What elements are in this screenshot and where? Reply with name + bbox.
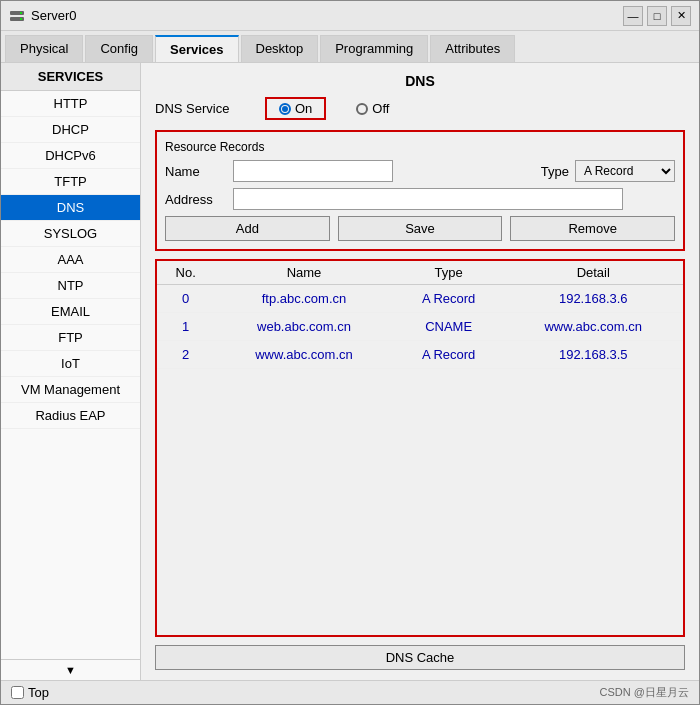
top-checkbox[interactable] bbox=[11, 686, 24, 699]
tab-config[interactable]: Config bbox=[85, 35, 153, 62]
dns-service-label: DNS Service bbox=[155, 101, 245, 116]
col-header-detail: Detail bbox=[504, 261, 683, 285]
radio-on-label: On bbox=[295, 101, 312, 116]
radio-group: On Off bbox=[265, 97, 389, 120]
resource-records-box: Resource Records Name Type A Record CNAM… bbox=[155, 130, 685, 251]
sidebar-item-aaa[interactable]: AAA bbox=[1, 247, 140, 273]
cell-name-1: web.abc.com.cn bbox=[214, 313, 393, 341]
name-left: Name bbox=[165, 160, 393, 182]
content-area: DNS DNS Service On Off bbox=[141, 63, 699, 680]
name-type-row: Name Type A Record CNAME MX Record NS Re… bbox=[165, 160, 675, 182]
title-controls: — □ ✕ bbox=[623, 6, 691, 26]
type-right: Type A Record CNAME MX Record NS Record bbox=[541, 160, 675, 182]
cell-detail-2: 192.168.3.5 bbox=[504, 341, 683, 369]
sidebar: SERVICES HTTP DHCP DHCPv6 TFTP DNS SYSLO… bbox=[1, 63, 141, 680]
top-checkbox-label: Top bbox=[28, 685, 49, 700]
maximize-button[interactable]: □ bbox=[647, 6, 667, 26]
add-button[interactable]: Add bbox=[165, 216, 330, 241]
title-bar: Server0 — □ ✕ bbox=[1, 1, 699, 31]
window-title: Server0 bbox=[31, 8, 77, 23]
top-checkbox-group: Top bbox=[11, 685, 49, 700]
tab-desktop[interactable]: Desktop bbox=[241, 35, 319, 62]
remove-button[interactable]: Remove bbox=[510, 216, 675, 241]
dns-service-row: DNS Service On Off bbox=[155, 97, 685, 120]
sidebar-item-tftp[interactable]: TFTP bbox=[1, 169, 140, 195]
sidebar-title: SERVICES bbox=[1, 63, 140, 91]
radio-off-dot bbox=[356, 103, 368, 115]
sidebar-item-iot[interactable]: IoT bbox=[1, 351, 140, 377]
sidebar-scroll-down[interactable]: ▼ bbox=[1, 659, 140, 680]
tab-physical[interactable]: Physical bbox=[5, 35, 83, 62]
table-row[interactable]: 2www.abc.com.cnA Record192.168.3.5 bbox=[157, 341, 683, 369]
action-buttons: Add Save Remove bbox=[165, 216, 675, 241]
bottom-bar: Top CSDN @日星月云 bbox=[1, 680, 699, 704]
radio-on-dot bbox=[279, 103, 291, 115]
cell-type-0: A Record bbox=[394, 285, 504, 313]
cell-name-0: ftp.abc.com.cn bbox=[214, 285, 393, 313]
records-table: No. Name Type Detail 0ftp.abc.com.cnA Re… bbox=[157, 261, 683, 369]
save-button[interactable]: Save bbox=[338, 216, 503, 241]
radio-on-fill bbox=[282, 106, 288, 112]
cell-no-1: 1 bbox=[157, 313, 214, 341]
cell-detail-0: 192.168.3.6 bbox=[504, 285, 683, 313]
sidebar-items: HTTP DHCP DHCPv6 TFTP DNS SYSLOG AAA NTP… bbox=[1, 91, 140, 659]
resource-records-title: Resource Records bbox=[165, 140, 675, 154]
address-label: Address bbox=[165, 192, 225, 207]
dns-section-title: DNS bbox=[155, 73, 685, 89]
tab-services[interactable]: Services bbox=[155, 35, 239, 62]
address-input[interactable] bbox=[233, 188, 623, 210]
cell-name-2: www.abc.com.cn bbox=[214, 341, 393, 369]
svg-point-2 bbox=[20, 12, 22, 14]
server-icon bbox=[9, 8, 25, 24]
cell-type-1: CNAME bbox=[394, 313, 504, 341]
col-header-no: No. bbox=[157, 261, 214, 285]
title-bar-left: Server0 bbox=[9, 8, 77, 24]
col-header-type: Type bbox=[394, 261, 504, 285]
type-label: Type bbox=[541, 164, 569, 179]
watermark: CSDN @日星月云 bbox=[600, 685, 689, 700]
type-select[interactable]: A Record CNAME MX Record NS Record bbox=[575, 160, 675, 182]
tab-programming[interactable]: Programming bbox=[320, 35, 428, 62]
svg-point-3 bbox=[20, 18, 22, 20]
dns-cache-button[interactable]: DNS Cache bbox=[155, 645, 685, 670]
sidebar-item-syslog[interactable]: SYSLOG bbox=[1, 221, 140, 247]
cell-no-0: 0 bbox=[157, 285, 214, 313]
table-row[interactable]: 1web.abc.com.cnCNAMEwww.abc.com.cn bbox=[157, 313, 683, 341]
radio-off-label: Off bbox=[372, 101, 389, 116]
sidebar-item-dns[interactable]: DNS bbox=[1, 195, 140, 221]
name-label: Name bbox=[165, 164, 225, 179]
name-input[interactable] bbox=[233, 160, 393, 182]
sidebar-item-dhcpv6[interactable]: DHCPv6 bbox=[1, 143, 140, 169]
minimize-button[interactable]: — bbox=[623, 6, 643, 26]
sidebar-item-vm-management[interactable]: VM Management bbox=[1, 377, 140, 403]
sidebar-item-ftp[interactable]: FTP bbox=[1, 325, 140, 351]
cell-type-2: A Record bbox=[394, 341, 504, 369]
sidebar-item-radius-eap[interactable]: Radius EAP bbox=[1, 403, 140, 429]
tab-bar: Physical Config Services Desktop Program… bbox=[1, 31, 699, 63]
col-header-name: Name bbox=[214, 261, 393, 285]
sidebar-item-dhcp[interactable]: DHCP bbox=[1, 117, 140, 143]
cell-no-2: 2 bbox=[157, 341, 214, 369]
sidebar-item-email[interactable]: EMAIL bbox=[1, 299, 140, 325]
close-button[interactable]: ✕ bbox=[671, 6, 691, 26]
main-window: Server0 — □ ✕ Physical Config Services D… bbox=[0, 0, 700, 705]
sidebar-item-http[interactable]: HTTP bbox=[1, 91, 140, 117]
radio-on-option[interactable]: On bbox=[265, 97, 326, 120]
address-row: Address bbox=[165, 188, 675, 210]
tab-attributes[interactable]: Attributes bbox=[430, 35, 515, 62]
cell-detail-1: www.abc.com.cn bbox=[504, 313, 683, 341]
records-table-box: No. Name Type Detail 0ftp.abc.com.cnA Re… bbox=[155, 259, 685, 637]
radio-off-option[interactable]: Off bbox=[356, 101, 389, 116]
table-row[interactable]: 0ftp.abc.com.cnA Record192.168.3.6 bbox=[157, 285, 683, 313]
sidebar-item-ntp[interactable]: NTP bbox=[1, 273, 140, 299]
main-content: SERVICES HTTP DHCP DHCPv6 TFTP DNS SYSLO… bbox=[1, 63, 699, 680]
